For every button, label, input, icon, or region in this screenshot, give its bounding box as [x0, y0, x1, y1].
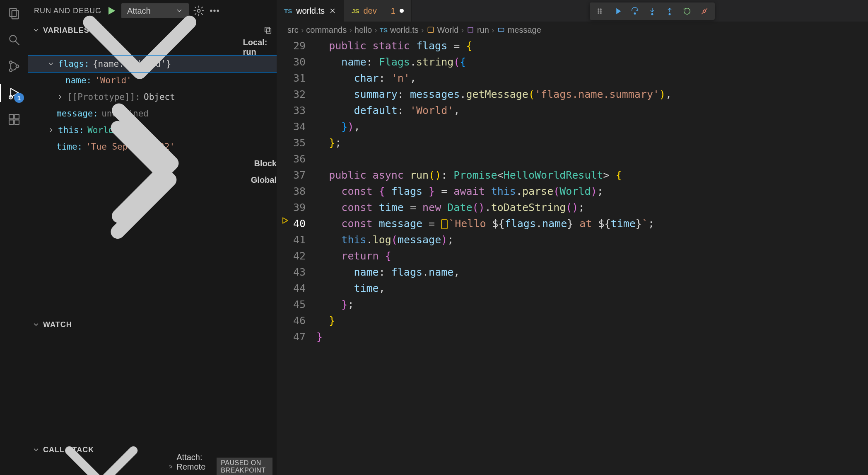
watch-section-header[interactable]: WATCH: [28, 316, 277, 333]
continue-icon[interactable]: [613, 7, 622, 16]
editor-tabs: TS world.ts JS dev 1: [277, 0, 868, 22]
variable-icon: [497, 26, 505, 34]
grip-icon[interactable]: [596, 7, 605, 16]
scope-global-label: Global: [251, 175, 277, 185]
callstack-label: Attach: Remote …: [176, 453, 213, 475]
scope-local-label: Local: run: [243, 38, 277, 57]
debug-side-panel: RUN AND DEBUG Attach VARIABLES Local: ru…: [28, 0, 277, 475]
search-icon[interactable]: [7, 32, 22, 47]
scope-local[interactable]: Local: run: [28, 39, 277, 56]
svg-point-2: [10, 35, 16, 42]
close-icon[interactable]: [329, 7, 336, 15]
svg-line-3: [16, 41, 19, 45]
breadcrumb-item[interactable]: src: [287, 25, 299, 35]
svg-point-18: [170, 466, 172, 468]
activity-bar: 1: [0, 0, 28, 475]
tab-label: world.ts: [296, 6, 325, 16]
svg-rect-9: [9, 120, 14, 124]
step-out-icon[interactable]: [665, 7, 674, 16]
scope-block-label: Block: [254, 159, 277, 168]
svg-point-27: [669, 14, 670, 15]
breadcrumb[interactable]: src› commands› hello› TSworld.ts› World›…: [277, 22, 868, 38]
tab-label: dev: [363, 6, 376, 16]
breadcrumb-item[interactable]: World: [427, 25, 459, 35]
svg-point-20: [598, 11, 599, 12]
svg-rect-30: [498, 28, 504, 32]
method-icon: [466, 26, 475, 34]
watch-title: WATCH: [43, 320, 72, 329]
disconnect-icon[interactable]: [700, 7, 709, 16]
svg-rect-1: [12, 10, 19, 19]
svg-point-19: [598, 9, 599, 10]
line-gutter: 29 30 31 32 33 34 35 36 37 38 39 40 41 4…: [277, 38, 316, 475]
svg-rect-29: [468, 27, 473, 32]
callstack-item[interactable]: Attach: Remote … PAUSED ON BREAKPOINT: [28, 458, 277, 475]
breadcrumb-item[interactable]: hello: [354, 25, 372, 35]
breadcrumb-item[interactable]: TSworld.ts: [380, 25, 419, 35]
modified-dot-icon: [400, 9, 404, 13]
code-content[interactable]: public static flags = { name: Flags.stri…: [316, 38, 672, 475]
svg-point-26: [651, 14, 653, 15]
bug-icon: [169, 463, 173, 471]
extensions-icon[interactable]: [7, 112, 22, 127]
svg-rect-8: [9, 114, 14, 119]
step-into-icon[interactable]: [648, 7, 657, 16]
editor-area: TS world.ts JS dev 1 src› commands› hell…: [277, 0, 868, 475]
ts-file-icon: TS: [380, 27, 388, 34]
svg-rect-11: [14, 114, 19, 119]
paused-badge: PAUSED ON BREAKPOINT: [217, 458, 272, 475]
breadcrumb-item[interactable]: run: [466, 25, 489, 35]
collapse-all-icon[interactable]: [263, 26, 272, 35]
explorer-icon[interactable]: [7, 6, 22, 21]
svg-rect-17: [266, 29, 271, 33]
chevron-down-icon: [37, 402, 165, 475]
svg-point-21: [598, 12, 599, 14]
restart-icon[interactable]: [682, 7, 692, 16]
svg-point-25: [634, 13, 636, 15]
variables-tree: Local: run flags: {name: 'World'} name: …: [28, 39, 277, 188]
chevron-down-icon: [32, 321, 40, 328]
svg-point-24: [600, 12, 601, 14]
breadcrumb-item[interactable]: commands: [306, 25, 347, 35]
tab-world-ts[interactable]: TS world.ts: [277, 0, 344, 22]
debug-toolbar[interactable]: [590, 2, 715, 20]
source-control-icon[interactable]: [7, 59, 22, 74]
execution-pointer-icon: [441, 219, 448, 229]
tab-modified-count: 1: [391, 6, 395, 16]
debug-badge: 1: [14, 93, 24, 103]
svg-point-23: [600, 11, 601, 12]
svg-rect-28: [428, 27, 433, 32]
js-file-icon: JS: [352, 7, 359, 15]
svg-rect-10: [14, 120, 19, 124]
class-icon: [427, 26, 435, 34]
ts-file-icon: TS: [284, 7, 292, 15]
svg-rect-16: [265, 27, 270, 32]
svg-rect-0: [10, 8, 16, 17]
breadcrumb-item[interactable]: message: [497, 25, 541, 35]
step-over-icon[interactable]: [630, 7, 639, 16]
breakpoint-icon[interactable]: [281, 216, 289, 225]
tab-dev-js[interactable]: JS dev 1: [344, 0, 412, 22]
svg-point-22: [600, 9, 601, 10]
run-debug-icon[interactable]: 1: [7, 85, 22, 100]
scope-global[interactable]: Global: [28, 172, 277, 188]
editor-body[interactable]: 29 30 31 32 33 34 35 36 37 38 39 40 41 4…: [277, 38, 868, 475]
chevron-down-icon: [32, 27, 40, 34]
